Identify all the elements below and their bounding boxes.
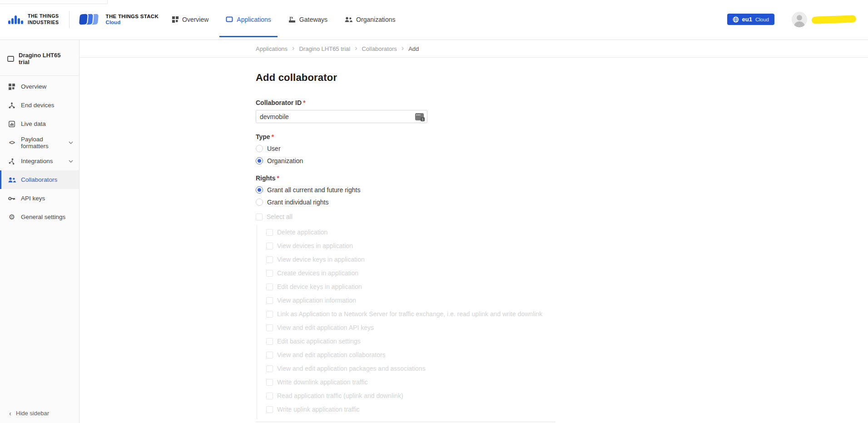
add-collaborator-form: Collaborator ID* ••• 1 Type* User [256,99,556,422]
grid-icon [9,84,15,90]
right-checkbox-row: View devices in application [266,241,556,250]
type-option-organization[interactable]: Organization [256,156,556,165]
sidebar-nav: Overview End devices Live data <> Payloa… [0,76,79,226]
checkbox-label: Edit device keys in application [277,283,362,290]
cluster-badge[interactable]: eu1 Cloud [727,14,774,25]
brand-divider [69,11,69,28]
nav-label: Overview [182,16,208,23]
avatar-head [797,15,802,20]
nav-label: Applications [237,16,271,23]
nav-item-organizations[interactable]: Organizations [345,16,395,23]
sidebar-item-label: Live data [21,120,46,127]
code-icon: <> [9,139,15,146]
label-text: Type [256,133,270,140]
checkbox-label: Link as Application to a Network Server … [277,310,542,318]
radio-label: User [267,145,281,152]
checkbox-disabled-icon [266,365,273,372]
type-option-user[interactable]: User [256,144,556,153]
checkbox-disabled-icon [266,229,273,236]
avatar[interactable] [792,12,807,27]
checkbox-disabled-icon [266,406,273,413]
type-label: Type* [256,133,556,140]
end-device-icon [9,102,15,109]
sidebar-item-label: Payload formatters [21,136,64,149]
rights-label: Rights* [256,174,556,182]
radio-unchecked-icon[interactable] [256,199,263,206]
autofill-extension-icon[interactable]: ••• 1 [415,113,424,120]
sidebar-app-title-label: Dragino LHT65 trial [19,52,73,65]
label-text: Collaborator ID [256,99,302,106]
breadcrumb-collaborators[interactable]: Collaborators [362,45,397,52]
sidebar-item-live-data[interactable]: Live data [0,114,79,133]
chevron-left-icon: ‹ [9,410,11,417]
hide-sidebar-button[interactable]: ‹ Hide sidebar [9,410,49,417]
right-checkbox-row: View and edit application API keys [266,323,556,332]
checkbox-disabled-icon [266,393,273,399]
radio-label: Grant individual rights [267,199,328,206]
checkbox-label: View and edit application collaborators [277,351,386,358]
right-checkbox-row: Write uplink application traffic [266,405,556,414]
right-checkbox-row: Create devices in application [266,269,556,278]
breadcrumb-separator: › [402,45,404,52]
page-title: Add collaborator [256,72,868,84]
breadcrumb-current: Add [408,45,419,52]
checkbox-disabled-icon [266,352,273,358]
top-strip [0,0,868,5]
sidebar-item-overview[interactable]: Overview [0,77,79,96]
collaborator-id-label: Collaborator ID* [256,99,556,106]
nav-item-overview[interactable]: Overview [172,16,208,23]
main-nav: Overview Applications Gateways Organizat… [172,16,396,23]
breadcrumb-applications[interactable]: Applications [256,45,288,52]
page-content: Add collaborator Collaborator ID* ••• 1 … [79,58,868,422]
form-bottom-divider [256,422,556,422]
collaborator-id-input[interactable] [256,110,415,123]
sidebar-item-general-settings[interactable]: ⚙ General settings [0,208,79,226]
right-checkbox-row: View and edit application packages and a… [266,364,556,373]
breadcrumb-bar: Applications › Dragino LHT65 trial › Col… [79,40,868,58]
right-checkbox-row: Edit device keys in application [266,282,556,291]
sidebar-app-title[interactable]: Dragino LHT65 trial [0,40,79,76]
autofill-badge: 1 [421,117,425,121]
radio-checked-icon[interactable] [256,157,263,164]
sidebar-item-end-devices[interactable]: End devices [0,96,79,114]
chevron-down-icon [69,141,73,144]
checkbox-label: View and edit application packages and a… [277,365,426,372]
sidebar-item-label: API keys [21,195,45,202]
rights-option-grant-all[interactable]: Grant all current and future rights [256,185,556,194]
globe-icon [733,16,739,23]
right-checkbox-row: Delete application [266,228,556,237]
radio-unchecked-icon[interactable] [256,145,263,152]
hide-sidebar-label: Hide sidebar [16,410,49,417]
header-right: eu1 Cloud [727,12,856,27]
sidebar-item-collaborators[interactable]: Collaborators [0,170,79,189]
things-stack-logo: THE THINGS STACK Cloud [79,14,159,25]
breadcrumb-app[interactable]: Dragino LHT65 trial [299,45,350,52]
sidebar-item-payload-formatters[interactable]: <> Payload formatters [0,133,79,152]
required-asterisk: * [303,99,305,106]
radio-label: Grant all current and future rights [267,186,360,194]
autofill-dots: ••• [416,113,421,116]
things-stack-cards-icon [79,14,101,25]
things-stack-wordmark: THE THINGS STACK Cloud [106,14,159,25]
rights-checkbox-list: Delete application View devices in appli… [257,225,556,419]
things-industries-bars-icon [8,15,23,24]
nav-item-gateways[interactable]: Gateways [288,16,327,23]
checkbox-disabled-icon [266,379,273,386]
sidebar-item-label: End devices [21,102,55,109]
sidebar-item-api-keys[interactable]: API keys [0,189,79,208]
radio-checked-icon[interactable] [256,186,263,194]
username-redaction [812,15,856,24]
nav-label: Gateways [299,16,327,23]
checkbox-disabled-icon [266,338,273,345]
browser-edge-artifact [0,0,108,4]
sidebar-item-integrations[interactable]: Integrations [0,152,79,170]
stack-product: Cloud [106,20,159,25]
application-icon [226,16,233,22]
nav-item-applications[interactable]: Applications [226,16,271,23]
main-content: Applications › Dragino LHT65 trial › Col… [79,40,868,423]
right-checkbox-row: Link as Application to a Network Server … [266,309,556,318]
people-icon [8,177,16,183]
select-all-checkbox-row: Select all [256,212,556,221]
sidebar-item-label: Integrations [21,158,53,164]
rights-option-grant-individual[interactable]: Grant individual rights [256,198,556,207]
